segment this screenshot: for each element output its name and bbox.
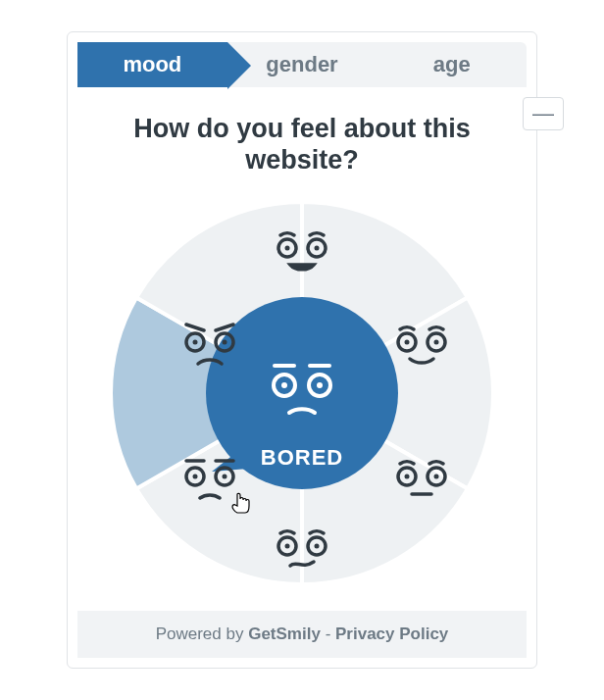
tab-mood[interactable]: mood — [77, 42, 227, 87]
mood-wheel: BORED — [106, 197, 498, 589]
tab-gender[interactable]: gender — [227, 42, 378, 87]
svg-point-14 — [285, 544, 290, 549]
svg-point-9 — [405, 475, 410, 479]
svg-point-7 — [434, 340, 439, 345]
minimize-button[interactable]: — — [523, 97, 564, 130]
tab-bar: mood gender age — [77, 42, 527, 87]
svg-point-24 — [193, 340, 198, 345]
footer-brand[interactable]: GetSmily — [248, 625, 321, 643]
privacy-policy-link[interactable]: Privacy Policy — [335, 625, 448, 643]
mood-wheel-container: BORED — [68, 193, 536, 611]
svg-point-16 — [315, 544, 320, 549]
svg-point-5 — [405, 340, 410, 345]
tab-age[interactable]: age — [377, 42, 527, 87]
footer-bar: Powered by GetSmily - Privacy Policy — [77, 611, 527, 658]
survey-panel: mood gender age — How do you feel about … — [67, 31, 537, 670]
svg-point-32 — [317, 382, 323, 388]
svg-point-11 — [434, 475, 439, 479]
survey-question: How do you feel about this website? — [68, 87, 536, 194]
svg-point-1 — [285, 246, 290, 251]
footer-sep: - — [326, 625, 335, 643]
svg-point-18 — [193, 475, 198, 479]
svg-point-3 — [315, 246, 320, 251]
svg-point-26 — [223, 340, 227, 345]
svg-point-20 — [223, 475, 227, 479]
mood-wheel-svg — [106, 197, 498, 589]
svg-point-30 — [281, 382, 287, 388]
footer-powered: Powered by — [156, 625, 244, 643]
